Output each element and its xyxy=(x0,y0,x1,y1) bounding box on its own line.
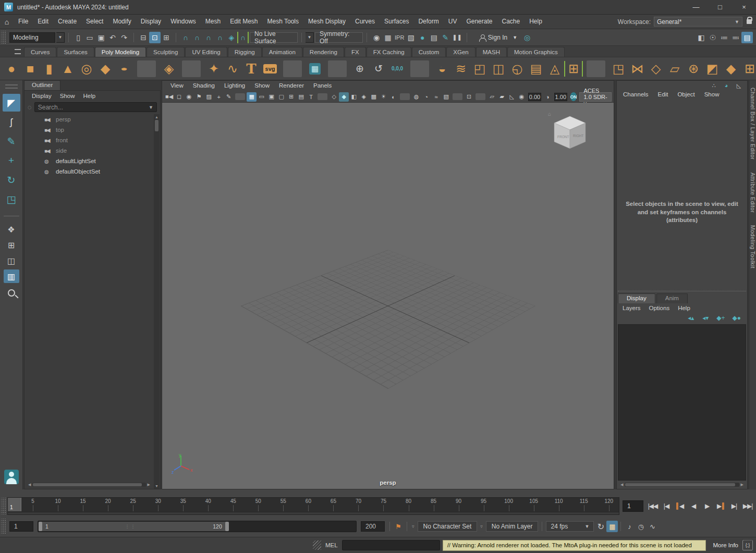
shelf-tab[interactable]: Rigging xyxy=(228,47,262,57)
select-camera-icon[interactable]: ■◀ xyxy=(164,92,174,102)
playback-loop-icon[interactable]: ↻ xyxy=(595,521,606,532)
symmetry-arrow[interactable]: ▼ xyxy=(306,32,314,43)
menu-item[interactable]: Modify xyxy=(108,15,136,29)
display-layers-list[interactable] xyxy=(618,324,746,481)
menu-item[interactable]: Generate xyxy=(461,15,497,29)
viewport-menu-item[interactable]: Panels xyxy=(309,82,336,90)
film-gate-icon[interactable]: ▭ xyxy=(257,92,266,102)
color-management-on-badge[interactable]: ON xyxy=(570,92,577,101)
triangulate-icon[interactable]: ◩ xyxy=(703,59,722,78)
outliner-item[interactable]: ◍ defaultObjectSet xyxy=(25,166,160,177)
move-layer-down-icon[interactable]: ◂▾ xyxy=(701,314,710,322)
outliner-menu-item[interactable]: Show xyxy=(57,92,78,100)
viewport-canvas[interactable]: ⌂ FRONT RIGHT y x z xyxy=(162,103,614,489)
layer-editor-menu-item[interactable]: Layers xyxy=(620,304,643,312)
play-backwards-button[interactable]: ◀ xyxy=(687,500,700,512)
current-time-field[interactable]: 1 xyxy=(623,500,643,512)
import-snapshot-icon[interactable]: ▰ xyxy=(497,92,507,102)
resize-grip[interactable] xyxy=(313,540,321,550)
outliner-persp-layout-button[interactable]: ▥ xyxy=(4,269,19,283)
menu-item[interactable]: Mesh Tools xyxy=(263,15,303,29)
shelf-tab[interactable]: XGen xyxy=(446,47,475,57)
exposure-field[interactable]: 0.00 xyxy=(528,93,541,101)
go-to-start-button[interactable]: |◀◀ xyxy=(647,500,659,512)
channel-box-hscrollbar[interactable]: ◀ ▶ xyxy=(619,482,745,487)
shelf-tab[interactable]: Animation xyxy=(262,47,302,57)
menu-item[interactable]: Cache xyxy=(497,15,525,29)
play-forward-button[interactable]: ▶ xyxy=(701,500,713,512)
menu-item[interactable]: Create xyxy=(53,15,81,29)
layer-editor-tab[interactable]: Display xyxy=(618,293,655,303)
go-to-end-button[interactable]: ▶▶| xyxy=(741,500,754,512)
multi-cut-icon[interactable]: ⊞ xyxy=(740,59,756,78)
lights-icon[interactable]: ☀ xyxy=(379,92,388,102)
channel-box-menu-item[interactable]: Channels xyxy=(621,91,651,98)
move-layer-up-icon[interactable]: ◂▴ xyxy=(686,314,696,322)
character-set-field[interactable]: No Character Set xyxy=(418,521,478,532)
outliner-item[interactable]: ■◀ side xyxy=(25,145,160,156)
humanik-toggle-icon[interactable]: ☉ xyxy=(707,32,718,43)
minimize-button[interactable]: — xyxy=(684,0,708,14)
poly-plane-icon[interactable]: ◆ xyxy=(96,59,115,78)
separate-icon[interactable]: ≋ xyxy=(452,59,470,78)
region-tool-icon[interactable]: ◺ xyxy=(507,92,517,102)
user-avatar[interactable] xyxy=(4,470,19,484)
sign-in-button[interactable]: Sign In ▼ xyxy=(476,32,520,43)
maximize-button[interactable]: □ xyxy=(708,0,732,14)
panel-divider[interactable] xyxy=(618,291,746,291)
lock-camera-icon[interactable]: ◻ xyxy=(174,92,184,102)
render-current-frame-icon[interactable]: ▦ xyxy=(382,32,394,43)
four-view-layout-button[interactable]: ⊞ xyxy=(4,238,19,252)
menu-item[interactable]: Deform xyxy=(413,15,443,29)
gate-mask-icon[interactable]: ▢ xyxy=(276,92,286,102)
menu-item[interactable]: UV xyxy=(444,15,462,29)
modeling-toolkit-toggle-icon[interactable]: ◧ xyxy=(696,32,707,43)
snap-to-curve-icon[interactable]: ∩ xyxy=(191,32,203,43)
warning-message[interactable]: // Warning: Arnold renderer not loaded. … xyxy=(443,540,706,551)
type-tool-icon[interactable]: T xyxy=(242,59,261,78)
quad-draw-icon[interactable]: ◆ xyxy=(722,59,740,78)
center-pivot-icon[interactable]: ⊕ xyxy=(350,59,369,78)
depth-peeling-icon[interactable]: ▧ xyxy=(441,92,451,102)
shelf-tab[interactable]: Poly Modeling xyxy=(95,47,146,57)
channel-box-menu-item[interactable]: Object xyxy=(675,91,697,98)
menu-item[interactable]: Display xyxy=(136,15,166,29)
light-editor-icon[interactable]: ▤ xyxy=(428,32,440,43)
pan-zoom-icon[interactable]: + xyxy=(214,92,224,102)
outliner-menu-item[interactable]: Display xyxy=(29,92,55,100)
rotate-tool[interactable]: ↻ xyxy=(3,171,20,189)
outliner-hscrollbar[interactable]: ◀ ▶ xyxy=(27,482,152,487)
shelf-tab[interactable]: Curves xyxy=(24,47,56,57)
gamma-icon[interactable]: ◑ xyxy=(543,92,553,102)
workspace-select[interactable]: General* ▼ xyxy=(654,17,742,27)
scroll-down-icon[interactable]: ▼ xyxy=(155,483,158,489)
grip-handle[interactable] xyxy=(1,519,6,534)
duplicate-face-icon[interactable]: ▱ xyxy=(665,59,684,78)
scroll-left-icon[interactable]: ◀ xyxy=(619,483,625,487)
bookmark-icon[interactable]: ⚑ xyxy=(393,521,404,532)
tool-settings-toggle-icon[interactable]: ≕ xyxy=(730,32,741,43)
sidebar-vertical-tab[interactable]: Modeling Toolkit xyxy=(750,225,756,268)
svg-tool-icon[interactable]: svg xyxy=(261,59,279,78)
outliner-menu-item[interactable]: Help xyxy=(80,92,99,100)
step-back-key-button[interactable]: ◀ xyxy=(674,500,686,512)
viewport-menu-item[interactable]: Show xyxy=(250,82,274,90)
wireframe-on-shaded-icon[interactable]: ◈ xyxy=(359,92,369,102)
mirror-icon[interactable]: ◫ xyxy=(489,59,508,78)
animation-preferences-icon[interactable]: ∿ xyxy=(647,521,658,532)
snapshot-icon[interactable]: ▱ xyxy=(487,92,497,102)
modeling-toolkit-window-icon[interactable]: ▦ xyxy=(306,59,324,78)
viewport-menu-item[interactable]: Lighting xyxy=(220,82,249,90)
select-object-icon[interactable]: ⊡ xyxy=(149,32,161,43)
time-slider-track[interactable]: 5101520253035404550556065707580859095100… xyxy=(7,497,619,515)
menu-set-arrow[interactable]: ▼ xyxy=(56,32,65,43)
image-plane-icon[interactable]: ▨ xyxy=(204,92,214,102)
create-layer-from-selected-icon[interactable]: ◆● xyxy=(731,314,742,322)
paint-select-tool[interactable]: ✎ xyxy=(3,132,20,150)
grip-handle[interactable] xyxy=(1,498,6,514)
circularize-icon[interactable]: ⊛ xyxy=(684,59,703,78)
shelf-tab[interactable]: Surfaces xyxy=(57,47,94,57)
outliner-vscrollbar[interactable]: ▲ ▼ xyxy=(154,114,160,489)
animation-end-field[interactable]: 200 xyxy=(361,521,385,532)
layer-editor-tab[interactable]: Anim xyxy=(656,293,688,303)
